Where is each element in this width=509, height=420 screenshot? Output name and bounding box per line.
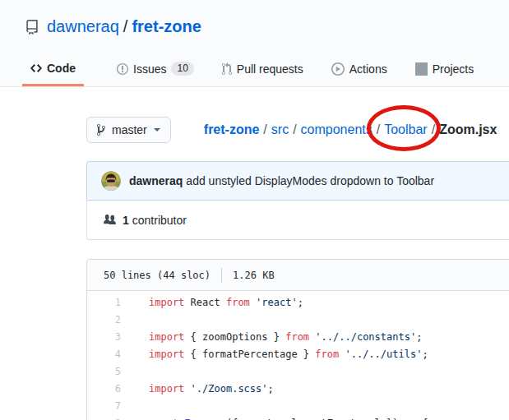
file-lines-info: 50 lines (44 sloc) <box>104 270 211 281</box>
tab-pull-requests[interactable]: Pull requests <box>222 62 303 86</box>
repo-title: dawneraq / fret-zone <box>25 17 509 36</box>
code-text <box>121 312 149 329</box>
code-line: 3 import { zoomOptions } from '../../con… <box>87 329 509 346</box>
line-number[interactable]: 6 <box>87 381 121 398</box>
breadcrumb-separator: / <box>263 122 266 137</box>
branch-select-button[interactable]: master <box>86 117 171 143</box>
file-navigation-row: master fret-zone / src / components / To… <box>86 117 509 143</box>
tab-code-label: Code <box>47 62 76 75</box>
breadcrumb-separator: / <box>432 122 435 137</box>
code-text <box>121 363 149 381</box>
line-number[interactable]: 7 <box>87 398 121 415</box>
code-line: 7 <box>87 398 509 415</box>
code-line: 6 import './Zoom.scss'; <box>87 381 509 398</box>
code-line: 4 import { formatPercentage } from '../.… <box>87 346 509 363</box>
code-line: 1 import React from 'react'; <box>87 294 509 312</box>
tab-actions-label: Actions <box>349 62 387 76</box>
contributors-row[interactable]: 1 contributor <box>86 201 509 240</box>
file-content-box: 50 lines (44 sloc) 1.26 KB 1 import Reac… <box>86 259 509 420</box>
code-text: const Zoom = ({ zoomLevel, setZoomLevel … <box>121 415 428 420</box>
issue-opened-icon <box>117 62 128 76</box>
line-number[interactable]: 5 <box>87 363 121 381</box>
repo-icon <box>25 20 39 35</box>
people-icon <box>103 214 117 226</box>
code-line: 5 <box>87 363 509 381</box>
file-size-info: 1.26 KB <box>233 270 275 281</box>
file-header-divider <box>221 268 222 283</box>
line-number[interactable]: 4 <box>87 346 121 363</box>
code-text: import { formatPercentage } from '../../… <box>121 346 428 363</box>
breadcrumb-src[interactable]: src <box>271 122 289 137</box>
line-number[interactable]: 1 <box>87 294 121 312</box>
code-line: 8 const Zoom = ({ zoomLevel, setZoomLeve… <box>87 415 509 420</box>
repo-owner-link[interactable]: dawneraq <box>47 17 119 36</box>
repo-title-separator: / <box>123 17 128 36</box>
tab-projects-label: Projects <box>433 62 474 76</box>
repo-tab-bar: Code Issues 10 Pull requests Actions P <box>0 62 509 86</box>
line-number[interactable]: 8 <box>87 415 121 420</box>
file-meta-header: 50 lines (44 sloc) 1.26 KB <box>87 260 509 291</box>
code-text <box>121 398 149 415</box>
breadcrumb-components[interactable]: components <box>301 122 372 137</box>
repo-name-link[interactable]: fret-zone <box>132 17 201 36</box>
tab-code[interactable]: Code <box>22 62 84 86</box>
tab-projects[interactable]: Projects <box>415 62 474 86</box>
commit-author-link[interactable]: dawneraq <box>129 174 183 187</box>
contributor-label: contributor <box>132 214 187 227</box>
git-pull-request-icon <box>222 62 232 76</box>
breadcrumb-separator: / <box>377 122 380 137</box>
tab-issues-label: Issues <box>133 62 166 76</box>
breadcrumb-separator: / <box>293 122 296 137</box>
tab-pull-requests-label: Pull requests <box>237 62 303 76</box>
breadcrumb-current-file: Zoom.jsx <box>439 122 497 137</box>
code-text: import './Zoom.scss'; <box>121 381 274 398</box>
issues-count-badge: 10 <box>171 62 193 76</box>
tab-actions[interactable]: Actions <box>331 62 387 86</box>
latest-commit-bar: dawneraq add unstyled DisplayModes dropd… <box>86 161 509 201</box>
tab-issues[interactable]: Issues 10 <box>117 62 194 86</box>
breadcrumb-toolbar[interactable]: Toolbar <box>384 122 427 137</box>
code-viewer: 1 import React from 'react'; 2 3 import … <box>87 291 509 420</box>
repo-header: dawneraq / fret-zone Code Issues 10 Pull… <box>0 0 509 87</box>
avatar[interactable] <box>101 171 121 191</box>
contributor-count: 1 <box>123 214 129 227</box>
commit-message-link[interactable]: add unstyled DisplayModes dropdown to To… <box>186 174 434 187</box>
branch-button-label: master <box>112 123 147 136</box>
line-number[interactable]: 2 <box>87 312 121 329</box>
git-branch-icon <box>97 123 105 136</box>
project-icon <box>415 62 428 76</box>
breadcrumb-repo-root[interactable]: fret-zone <box>204 122 260 137</box>
line-number[interactable]: 3 <box>87 329 121 346</box>
code-text: import { zoomOptions } from '../../const… <box>121 329 422 346</box>
file-page-content: master fret-zone / src / components / To… <box>86 117 509 420</box>
breadcrumb: fret-zone / src / components / Toolbar /… <box>204 122 497 137</box>
code-icon <box>30 62 42 75</box>
chevron-down-icon <box>154 128 160 132</box>
play-icon <box>331 62 345 76</box>
code-line: 2 <box>87 312 509 329</box>
code-text: import React from 'react'; <box>121 294 303 312</box>
